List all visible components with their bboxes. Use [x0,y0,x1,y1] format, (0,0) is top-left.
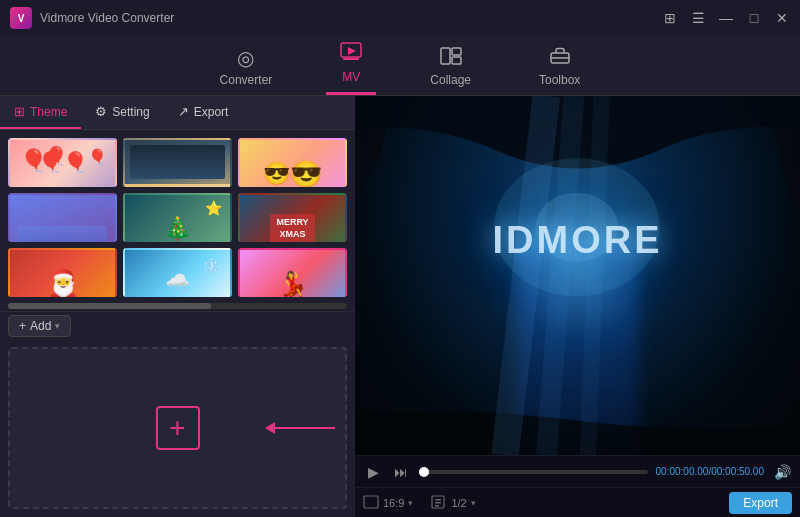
export-button[interactable]: Export [729,492,792,514]
page-value: 1/2 [451,497,466,509]
theme-neat-thumb [125,140,230,187]
nav-label-converter: Converter [220,73,273,87]
nav-item-mv[interactable]: MV [326,34,376,95]
app-title: Vidmore Video Converter [40,11,174,25]
app-logo: V [10,7,32,29]
minimize-button[interactable]: — [718,10,734,26]
theme-snowy-night-thumb: 🌨️ ❄️ [125,250,230,297]
player-controls: ▶ ⏭ 00:00:00.00/00:00:50.00 🔊 [355,455,800,487]
progress-bar[interactable] [419,470,648,474]
title-bar-left: V Vidmore Video Converter [10,7,174,29]
theme-santa-claus[interactable]: 🎅 Santa Claus [8,248,117,297]
play-button[interactable]: ▶ [363,462,383,482]
converter-icon: ◎ [237,46,254,70]
page-chevron-icon: ▾ [471,498,476,508]
theme-santa-claus-thumb: 🎅 [10,250,115,297]
theme-simple[interactable]: Simple [8,193,117,242]
ratio-icon [363,495,379,511]
theme-grid-icon: ⊞ [14,104,25,119]
preview-title-text: IDMORE [493,218,663,261]
svg-rect-5 [452,57,461,64]
nav-bar: ◎ Converter MV Collage [0,36,800,96]
title-bar: V Vidmore Video Converter ⊞ ☰ — □ ✕ [0,0,800,36]
nav-item-converter[interactable]: ◎ Converter [206,40,287,95]
cave-svg [355,96,800,455]
menu-icon[interactable]: ☰ [690,10,706,26]
svg-rect-17 [435,505,439,507]
add-chevron-icon: ▾ [55,321,60,331]
grid-icon[interactable]: ⊞ [662,10,678,26]
theme-merry-christmas-thumb: MERRYXMAS [240,195,345,242]
add-label: Add [30,319,51,333]
volume-button[interactable]: 🔊 [772,462,792,482]
setting-icon: ⚙ [95,104,107,119]
preview-area: IDMORE [355,96,800,455]
toolbox-icon [549,45,571,70]
tab-setting[interactable]: ⚙ Setting [81,96,163,129]
arrow-indicator [267,422,335,434]
next-button[interactable]: ⏭ [391,462,411,482]
arrow-line [275,427,335,429]
theme-grid: 🎈 🎈 🎈 Chic Neat [0,130,355,301]
page-icon [431,495,447,511]
add-bar: + Add ▾ [0,311,355,341]
close-button[interactable]: ✕ [774,10,790,26]
arrow-head-icon [265,422,275,434]
left-panel: ⊞ Theme ⚙ Setting ↗ Export 🎈 🎈 🎈 [0,96,355,517]
theme-chic[interactable]: 🎈 🎈 🎈 Chic [8,138,117,187]
tab-setting-label: Setting [112,105,149,119]
theme-merry-christmas[interactable]: MERRYXMAS Merry Christmas [238,193,347,242]
svg-rect-3 [441,48,450,64]
tab-theme[interactable]: ⊞ Theme [0,96,81,129]
maximize-button[interactable]: □ [746,10,762,26]
nav-item-toolbox[interactable]: Toolbox [525,39,594,95]
theme-chic-thumb: 🎈 🎈 🎈 [10,140,115,187]
theme-christmas-eve[interactable]: 🎄 ⭐ Christmas Eve [123,193,232,242]
export-icon: ↗ [178,104,189,119]
svg-rect-2 [343,58,359,60]
theme-simple-thumb [10,195,115,242]
theme-happy-thumb: 😎 [240,140,345,187]
svg-marker-1 [348,47,356,55]
theme-neat[interactable]: Neat [123,138,232,187]
time-display: 00:00:00.00/00:00:50.00 [656,466,764,477]
nav-label-toolbox: Toolbox [539,73,580,87]
theme-christmas-eve-thumb: 🎄 ⭐ [125,195,230,242]
page-select[interactable]: 1/2 ▾ [431,495,475,511]
window-controls[interactable]: ⊞ ☰ — □ ✕ [662,10,790,26]
nav-label-collage: Collage [430,73,471,87]
add-plus-icon: + [19,319,26,333]
ratio-value: 16:9 [383,497,404,509]
mv-icon [340,40,362,67]
add-media-area[interactable]: + [8,347,347,510]
nav-label-mv: MV [342,70,360,84]
aspect-ratio-select[interactable]: 16:9 ▾ [363,495,413,511]
svg-rect-15 [435,499,441,501]
ratio-chevron-icon: ▾ [408,498,413,508]
collage-icon [440,47,462,70]
svg-rect-13 [364,496,378,508]
svg-rect-4 [452,48,461,55]
theme-stripes-waves[interactable]: 💃 Stripes & Waves [238,248,347,297]
svg-rect-16 [435,502,441,504]
theme-snowy-night[interactable]: 🌨️ ❄️ Snowy Night [123,248,232,297]
content-area: ⊞ Theme ⚙ Setting ↗ Export 🎈 🎈 🎈 [0,96,800,517]
scroll-indicator[interactable] [8,303,347,309]
sub-tabs: ⊞ Theme ⚙ Setting ↗ Export [0,96,355,130]
add-button[interactable]: + Add ▾ [8,315,71,337]
tab-export-label: Export [194,105,229,119]
add-media-plus-button[interactable]: + [156,406,200,450]
bottom-controls: 16:9 ▾ 1/2 ▾ Export [355,487,800,517]
theme-stripes-waves-thumb: 💃 [240,250,345,297]
progress-handle[interactable] [419,467,429,477]
nav-item-collage[interactable]: Collage [416,41,485,95]
right-panel: IDMORE ▶ ⏭ 00:00:00.00/00:00:50.00 🔊 16:… [355,96,800,517]
tab-export[interactable]: ↗ Export [164,96,243,129]
tab-theme-label: Theme [30,105,67,119]
theme-happy[interactable]: 😎 Happy [238,138,347,187]
plus-icon: + [169,412,185,444]
